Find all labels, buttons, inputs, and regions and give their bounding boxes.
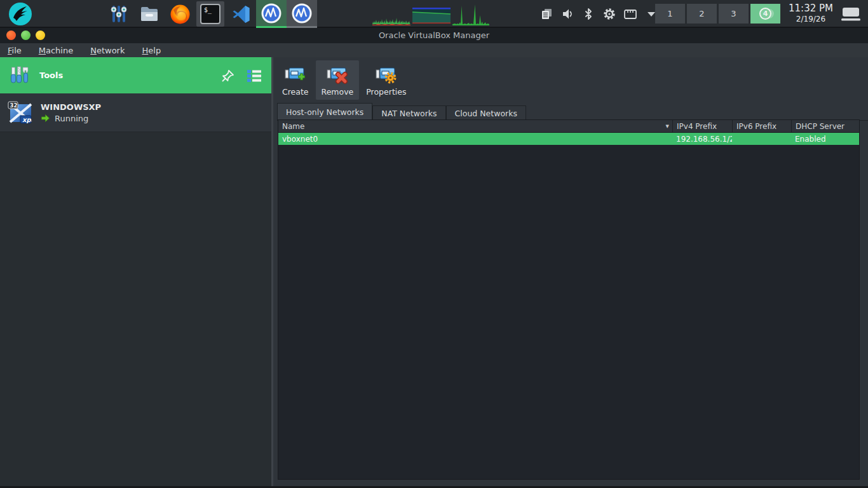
network-port-icon[interactable] (623, 7, 637, 21)
window-title: Oracle VirtualBox Manager (0, 28, 868, 43)
clock-date: 2/19/26 (785, 15, 836, 24)
svg-text:32: 32 (10, 102, 18, 109)
tools-menu-icon[interactable] (246, 68, 262, 83)
running-arrow-icon (41, 114, 50, 123)
bluetooth-icon[interactable] (581, 7, 595, 21)
clipboard-icon[interactable] (539, 7, 553, 21)
remove-network-icon (327, 64, 348, 86)
settings-gear-icon[interactable] (602, 7, 616, 21)
vm-info: WINDOWSXP Running (41, 102, 101, 123)
top-panel: $_ (0, 0, 868, 28)
menu-file[interactable]: File (8, 46, 22, 55)
workspace-1[interactable]: 1 (655, 4, 685, 24)
cell-ipv4: 192.168.56.1/24 (672, 135, 732, 144)
network-manager-panel: Create Remove (273, 57, 868, 488)
tab-cloud-networks[interactable]: Cloud Networks (446, 105, 526, 120)
system-tray (539, 0, 658, 28)
pin-icon[interactable] (220, 68, 236, 83)
volume-icon[interactable] (560, 7, 574, 21)
table-row-vboxnet0[interactable]: vboxnet0 192.168.56.1/24 Enabled (278, 133, 859, 145)
drawer-icon[interactable] (841, 7, 860, 21)
tools-actions (220, 68, 262, 83)
virtualbox-icon-active[interactable] (256, 0, 287, 28)
clock-time: 11:32 PM (785, 3, 836, 15)
windows-xp-icon: 32 xp (8, 100, 33, 125)
host-only-networks-table: Name ▼ IPv4 Prefix IPv6 Prefix DHCP Serv… (278, 119, 860, 480)
remove-button-label: Remove (322, 87, 354, 97)
column-header-dhcp[interactable]: DHCP Server (791, 120, 859, 132)
menu-machine[interactable]: Machine (39, 46, 73, 55)
network-tabs: Host-only Networks NAT Networks Cloud Ne… (277, 103, 868, 121)
workspace-switcher: 1 2 3 4 (655, 4, 780, 24)
network-properties-button[interactable]: Properties (360, 60, 412, 100)
network-properties-icon (376, 64, 397, 86)
menu-help[interactable]: Help (142, 46, 161, 55)
panel-clock[interactable]: 11:32 PM 2/19/26 (785, 3, 836, 24)
window-controls (6, 30, 45, 40)
disk-history-graph (452, 3, 489, 25)
virtualbox-icon[interactable] (287, 0, 317, 28)
workspace-3[interactable]: 3 (719, 4, 749, 24)
properties-button-label: Properties (366, 87, 406, 97)
tab-host-only-networks[interactable]: Host-only Networks (277, 103, 372, 120)
virtualbox-window: Oracle VirtualBox Manager File Machine N… (0, 28, 868, 488)
create-button-label: Create (282, 87, 309, 97)
system-monitor-graphs (372, 3, 489, 25)
table-header: Name ▼ IPv4 Prefix IPv6 Prefix DHCP Serv… (278, 120, 859, 133)
titlebar[interactable]: Oracle VirtualBox Manager (0, 28, 868, 43)
close-button[interactable] (6, 30, 16, 40)
remove-network-button[interactable]: Remove (316, 60, 360, 100)
svg-text:xp: xp (22, 116, 31, 124)
terminal-icon[interactable]: $_ (196, 1, 224, 27)
sidebar-item-vm-windowsxp[interactable]: 32 xp WINDOWSXP Running (0, 93, 271, 132)
network-history-graph (412, 3, 451, 25)
vscode-icon[interactable] (226, 0, 256, 28)
vm-status: Running (41, 114, 101, 123)
menu-network[interactable]: Network (90, 46, 125, 55)
settings-sliders-icon[interactable] (104, 0, 134, 28)
workspace-4-badge: 4 (759, 8, 771, 20)
sort-descending-icon: ▼ (666, 124, 669, 129)
sidebar-item-tools[interactable]: Tools (0, 57, 271, 93)
window-content: Tools (0, 57, 868, 488)
column-name-label: Name (282, 122, 304, 131)
cpu-history-graph (372, 3, 410, 25)
tab-nat-networks[interactable]: NAT Networks (372, 105, 445, 120)
app-launcher-row: $_ (104, 0, 317, 28)
network-toolbar: Create Remove (273, 57, 868, 100)
minimize-button[interactable] (36, 30, 45, 40)
sidebar: Tools (0, 57, 273, 488)
svg-text:$_: $_ (204, 6, 212, 14)
create-network-icon (285, 64, 306, 86)
cell-name: vboxnet0 (278, 135, 672, 144)
menubar: File Machine Network Help (0, 43, 868, 57)
column-header-name[interactable]: Name ▼ (278, 120, 672, 132)
distro-logo-icon[interactable] (8, 2, 32, 26)
file-manager-icon[interactable] (134, 0, 165, 28)
maximize-button[interactable] (21, 30, 31, 40)
vm-name: WINDOWSXP (41, 102, 101, 112)
column-header-ipv4[interactable]: IPv4 Prefix (672, 120, 732, 132)
workspace-4-active[interactable]: 4 (750, 4, 780, 24)
workspace-2[interactable]: 2 (687, 4, 717, 24)
column-header-ipv6[interactable]: IPv6 Prefix (732, 120, 791, 132)
tools-icon (8, 64, 31, 87)
vm-status-label: Running (55, 114, 88, 123)
firefox-icon[interactable] (165, 0, 195, 28)
cell-dhcp: Enabled (791, 135, 859, 144)
sidebar-tools-label: Tools (39, 71, 220, 80)
create-network-button[interactable]: Create (276, 60, 315, 100)
